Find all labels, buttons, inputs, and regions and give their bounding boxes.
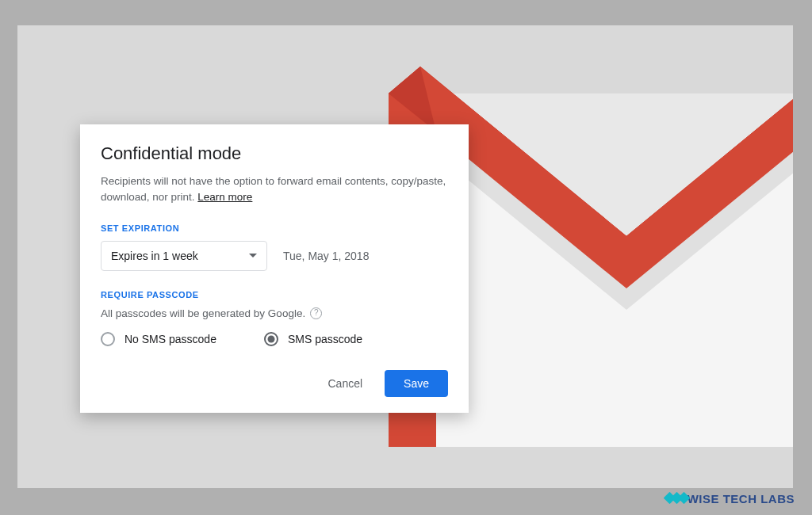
chevron-down-icon bbox=[249, 254, 257, 258]
passcode-radio-group: No SMS passcode SMS passcode bbox=[101, 332, 448, 346]
save-button[interactable]: Save bbox=[385, 370, 448, 397]
radio-no-sms-passcode[interactable]: No SMS passcode bbox=[101, 332, 216, 346]
confidential-mode-dialog: Confidential mode Recipients will not ha… bbox=[80, 124, 469, 413]
dialog-description: Recipients will not have the option to f… bbox=[101, 174, 448, 206]
radio-checked-icon bbox=[264, 332, 278, 346]
radio-unchecked-icon bbox=[101, 332, 115, 346]
radio-sms-label: SMS passcode bbox=[288, 333, 362, 345]
radio-sms-passcode[interactable]: SMS passcode bbox=[264, 332, 362, 346]
passcode-hint: All passcodes will be generated by Googl… bbox=[101, 307, 448, 319]
watermark: WISE TECH LABS bbox=[665, 490, 795, 507]
cancel-button[interactable]: Cancel bbox=[320, 371, 370, 396]
wise-tech-labs-icon bbox=[665, 490, 683, 507]
learn-more-link[interactable]: Learn more bbox=[197, 191, 252, 203]
expiration-select[interactable]: Expires in 1 week bbox=[101, 241, 267, 271]
dialog-description-text: Recipients will not have the option to f… bbox=[101, 175, 446, 203]
set-expiration-label: SET EXPIRATION bbox=[101, 223, 448, 233]
radio-no-sms-label: No SMS passcode bbox=[124, 333, 216, 345]
dialog-title: Confidential mode bbox=[101, 143, 448, 164]
require-passcode-label: REQUIRE PASSCODE bbox=[101, 290, 448, 299]
dialog-button-row: Cancel Save bbox=[101, 370, 448, 397]
help-icon[interactable]: ? bbox=[310, 307, 322, 319]
expiration-date: Tue, May 1, 2018 bbox=[283, 250, 369, 262]
watermark-text: WISE TECH LABS bbox=[688, 492, 795, 505]
passcode-hint-text: All passcodes will be generated by Googl… bbox=[101, 307, 305, 319]
expiration-select-value: Expires in 1 week bbox=[111, 250, 198, 262]
stage-background: Confidential mode Recipients will not ha… bbox=[17, 25, 793, 488]
expiration-row: Expires in 1 week Tue, May 1, 2018 bbox=[101, 241, 448, 271]
